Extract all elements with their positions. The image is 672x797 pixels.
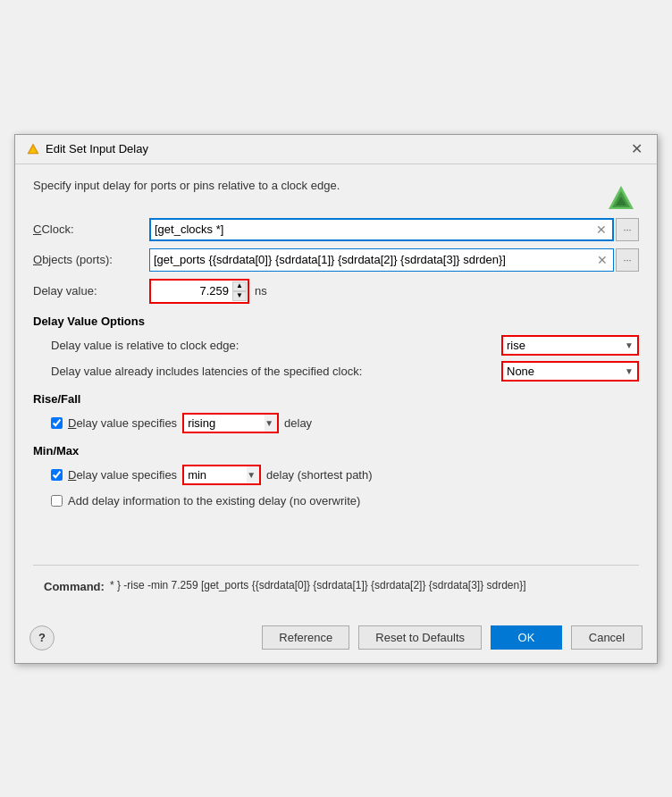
latency-dropdown-group: None source network all ▼ (501, 361, 639, 382)
subtitle-text: Specify input delay for ports or pins re… (33, 179, 603, 192)
rise-fall-row: Delay value specifies rising falling bot… (33, 413, 639, 433)
clock-edge-select[interactable]: rise fall (503, 337, 637, 354)
clock-edge-dropdown-group: rise fall ▼ (501, 335, 639, 356)
delay-options-title: Delay Value Options (33, 315, 639, 328)
minmax-after-label: delay (shortest path) (266, 468, 373, 482)
delay-row: Delay value: ▲ ▼ ns (33, 279, 639, 304)
delay-input-group: ▲ ▼ (149, 279, 249, 304)
delay-label: Delay value: (33, 284, 149, 298)
rise-fall-select[interactable]: rising falling both (184, 415, 265, 432)
objects-label: Objects (ports): (33, 253, 149, 266)
add-delay-row: Add delay information to the existing de… (33, 494, 639, 508)
title-bar: Edit Set Input Delay ✕ (15, 135, 657, 164)
minmax-arrow-icon: ▼ (247, 470, 259, 480)
clock-input[interactable] (155, 222, 594, 236)
objects-clear-button[interactable]: ✕ (595, 253, 609, 267)
command-area: Command: * } -rise -min 7.259 [get_ports… (33, 573, 639, 599)
spacer-area (33, 516, 639, 552)
delay-spin-up[interactable]: ▲ (232, 281, 247, 291)
command-label: Command: (44, 578, 105, 593)
latency-row: Delay value already includes latencies o… (33, 361, 639, 382)
delay-unit: ns (255, 284, 267, 298)
objects-input-wrapper: ✕ (149, 248, 614, 272)
reference-button[interactable]: Reference (262, 625, 349, 650)
clock-browse-button[interactable]: ··· (616, 218, 639, 241)
top-right (603, 179, 639, 218)
separator (33, 565, 639, 566)
latency-label: Delay value already includes latencies o… (51, 365, 501, 378)
minmax-title: Min/Max (33, 444, 639, 457)
reset-button[interactable]: Reset to Defaults (358, 625, 482, 650)
rise-fall-dropdown-group: rising falling both ▼ (182, 413, 279, 433)
minmax-select[interactable]: min max both (184, 466, 247, 483)
delay-spinner: ▲ ▼ (232, 281, 247, 301)
cancel-button[interactable]: Cancel (571, 625, 643, 650)
clock-edge-row: Delay value is relative to clock edge: r… (33, 335, 639, 356)
delay-input[interactable] (152, 282, 232, 299)
minmax-row: Delay value specifies min max both ▼ del… (33, 465, 639, 485)
clock-clear-button[interactable]: ✕ (594, 222, 609, 237)
content-area: Specify input delay for ports or pins re… (15, 164, 657, 618)
minmax-checkbox-label: Delay value specifies (68, 468, 177, 482)
objects-input[interactable] (154, 253, 595, 266)
minmax-dropdown-group: min max both ▼ (182, 465, 261, 485)
latency-wrapper: None source network all ▼ (503, 363, 637, 380)
close-button[interactable]: ✕ (627, 142, 646, 156)
delay-spin-down[interactable]: ▼ (232, 291, 247, 301)
clock-label: CClock: (33, 222, 149, 236)
minmax-section: Min/Max Delay value specifies min max bo… (33, 444, 639, 485)
objects-row: Objects (ports): ✕ ··· (33, 248, 639, 272)
title-bar-left: Edit Set Input Delay (26, 142, 148, 156)
rise-fall-section: Rise/Fall Delay value specifies rising f… (33, 392, 639, 433)
clock-row: CClock: ✕ ··· (33, 218, 639, 241)
help-button[interactable]: ? (29, 625, 55, 650)
add-delay-label: Add delay information to the existing de… (68, 494, 360, 508)
clock-edge-wrapper: rise fall ▼ (503, 337, 637, 354)
ok-button[interactable]: OK (491, 625, 562, 650)
command-text: * } -rise -min 7.259 [get_ports {{sdrdat… (110, 578, 526, 593)
rise-fall-after-label: delay (284, 416, 312, 430)
clock-edge-label: Delay value is relative to clock edge: (51, 339, 501, 352)
rise-fall-arrow-icon: ▼ (265, 418, 277, 428)
app-logo (603, 182, 639, 218)
rise-fall-checkbox[interactable] (51, 417, 63, 429)
rise-fall-title: Rise/Fall (33, 392, 639, 406)
latency-select[interactable]: None source network all (503, 363, 637, 380)
rise-fall-checkbox-label: Delay value specifies (68, 416, 177, 430)
delay-options-section: Delay value is relative to clock edge: r… (33, 335, 639, 382)
dialog-title: Edit Set Input Delay (46, 142, 148, 155)
top-left: Specify input delay for ports or pins re… (33, 179, 603, 205)
minmax-checkbox[interactable] (51, 469, 63, 481)
button-bar: ? Reference Reset to Defaults OK Cancel (15, 618, 657, 663)
app-icon (26, 142, 40, 156)
dialog-window: Edit Set Input Delay ✕ Specify input del… (14, 134, 658, 664)
top-row: Specify input delay for ports or pins re… (33, 179, 639, 218)
clock-input-wrapper: ✕ (149, 218, 614, 241)
add-delay-checkbox[interactable] (51, 495, 63, 507)
objects-browse-button[interactable]: ··· (616, 248, 639, 272)
